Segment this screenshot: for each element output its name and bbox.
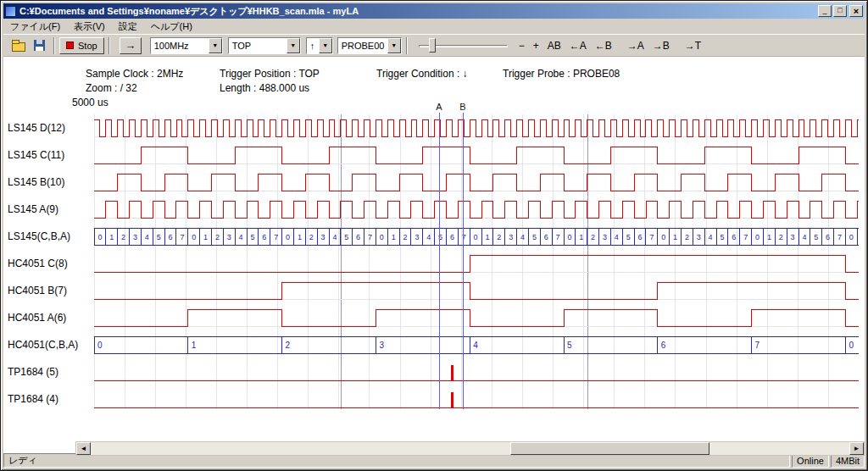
- app-icon: [5, 6, 16, 17]
- menu-item-view[interactable]: 表示(V): [67, 19, 112, 35]
- zoom-slider[interactable]: [419, 36, 508, 55]
- cursor-a-left-button[interactable]: ←A: [565, 37, 591, 54]
- trigger-position-readout: Trigger Position : TOP: [220, 68, 320, 80]
- trigger-probe-value: PROBE00: [338, 41, 387, 51]
- run-button[interactable]: →: [120, 37, 142, 54]
- time-scale-label: 5000 us: [72, 97, 108, 108]
- scroll-right-button[interactable]: ►: [849, 442, 864, 455]
- toolbar-separator: [406, 37, 408, 54]
- chevron-down-icon[interactable]: ▼: [287, 38, 300, 53]
- stop-label: Stop: [78, 41, 97, 51]
- open-button[interactable]: [8, 36, 29, 55]
- trigger-probe-readout: Trigger Probe : PROBE08: [503, 68, 620, 80]
- close-button[interactable]: ×: [849, 5, 863, 17]
- maximize-button[interactable]: □: [833, 5, 847, 17]
- horizontal-scrollbar[interactable]: ◄ ►: [75, 441, 865, 456]
- save-button[interactable]: [29, 36, 49, 55]
- folder-icon: [12, 42, 25, 52]
- sample-clock-select[interactable]: 100MHz ▼: [150, 37, 223, 54]
- cursor-b-left-button[interactable]: ←B: [591, 37, 616, 54]
- menu-bar: ファイル(F) 表示(V) 設定 ヘルプ(H): [3, 19, 865, 34]
- tool-bar: Stop → 100MHz ▼ TOP ▼ ↑ ▼ PROBE00 ▼ − +: [3, 34, 865, 57]
- minimize-button[interactable]: _: [818, 5, 832, 17]
- trigger-probe-select[interactable]: PROBE00 ▼: [337, 37, 402, 54]
- stop-icon: [66, 42, 74, 49]
- stop-button[interactable]: Stop: [59, 37, 104, 54]
- chevron-down-icon[interactable]: ▼: [387, 38, 401, 53]
- title-bar: C:¥Documents and Settings¥noname¥デスクトップ¥…: [3, 3, 865, 19]
- cursor-b-right-button[interactable]: →B: [648, 37, 674, 54]
- app-window: C:¥Documents and Settings¥noname¥デスクトップ¥…: [0, 0, 868, 471]
- zoom-slider-thumb[interactable]: [429, 38, 436, 53]
- scrollbar-track[interactable]: [91, 442, 849, 455]
- zoom-readout: Zoom : / 32: [86, 82, 137, 94]
- zoom-out-button[interactable]: −: [515, 37, 529, 54]
- window-title: C:¥Documents and Settings¥noname¥デスクトップ¥…: [19, 5, 816, 18]
- waveform-client-area: [3, 57, 865, 456]
- zoom-ab-button[interactable]: AB: [543, 37, 565, 54]
- goto-trigger-button[interactable]: →T: [681, 37, 705, 54]
- save-icon: [34, 40, 45, 51]
- zoom-in-button[interactable]: +: [529, 37, 543, 54]
- length-readout: Length : 488.000 us: [220, 82, 309, 94]
- chevron-down-icon[interactable]: ▼: [209, 38, 222, 53]
- menu-item-file[interactable]: ファイル(F): [3, 19, 67, 35]
- trigger-edge-select[interactable]: ↑ ▼: [306, 37, 333, 54]
- toolbar-separator: [53, 37, 55, 54]
- sample-clock-readout: Sample Clock : 2MHz: [86, 68, 183, 80]
- menu-item-help[interactable]: ヘルプ(H): [144, 19, 199, 35]
- trigger-position-select[interactable]: TOP ▼: [228, 37, 301, 54]
- trigger-edge-value: ↑: [307, 41, 319, 51]
- trigger-condition-readout: Trigger Condition : ↓: [376, 68, 468, 80]
- sample-clock-value: 100MHz: [151, 41, 209, 51]
- scroll-left-button[interactable]: ◄: [76, 442, 91, 455]
- trigger-position-value: TOP: [229, 41, 287, 51]
- menu-item-settings[interactable]: 設定: [112, 19, 144, 35]
- cursor-a-right-button[interactable]: →A: [623, 37, 648, 54]
- toolbar-separator: [108, 37, 110, 54]
- chevron-down-icon[interactable]: ▼: [319, 38, 332, 53]
- scrollbar-thumb[interactable]: [510, 442, 709, 455]
